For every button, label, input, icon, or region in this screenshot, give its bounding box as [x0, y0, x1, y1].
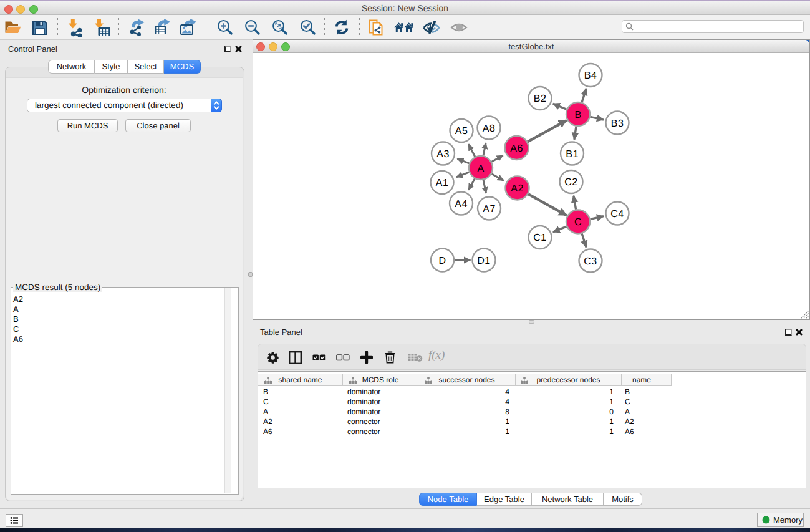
svg-text:D: D	[438, 256, 446, 266]
svg-text:A4: A4	[455, 199, 468, 210]
svg-text:A3: A3	[436, 149, 450, 160]
svg-text:A7: A7	[483, 204, 496, 215]
svg-text:A8: A8	[483, 123, 496, 134]
svg-text:C: C	[574, 217, 582, 228]
svg-text:C2: C2	[564, 177, 577, 188]
svg-text:B: B	[574, 110, 581, 120]
svg-text:B4: B4	[584, 70, 597, 81]
svg-text:D1: D1	[477, 256, 490, 266]
svg-text:B3: B3	[611, 118, 624, 129]
svg-text:C1: C1	[533, 233, 546, 243]
svg-text:C3: C3	[584, 256, 597, 267]
svg-text:A1: A1	[436, 178, 449, 188]
svg-text:A6: A6	[510, 143, 523, 154]
svg-text:C4: C4	[610, 209, 624, 220]
svg-text:B1: B1	[566, 149, 579, 160]
svg-text:A5: A5	[455, 126, 468, 137]
svg-text:A2: A2	[511, 183, 524, 194]
svg-text:B2: B2	[534, 94, 547, 104]
svg-text:A: A	[477, 163, 484, 174]
